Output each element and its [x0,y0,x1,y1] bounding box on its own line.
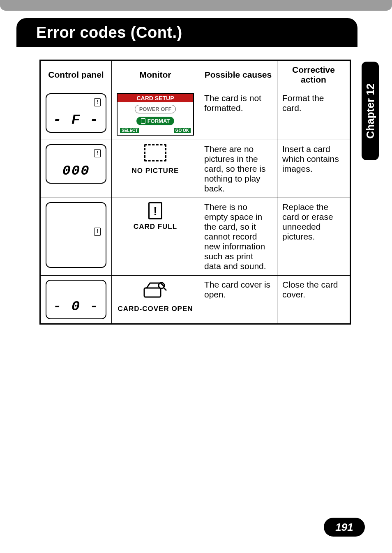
action-text: Format the card. [277,89,350,140]
footer-go: GO OK [174,128,191,133]
control-panel-lcd: - F - [46,93,106,133]
cause-text: There are no pictures in the card, so th… [199,140,277,198]
monitor-card-full: ! CARD FULL [117,202,194,231]
content-area: Control panel Monitor Possible causes Co… [0,47,392,325]
col-action: Corrective action [277,60,350,89]
action-text: Replace the card or erase unneeded pictu… [277,198,350,276]
page-title: Error codes (Cont.) [36,24,357,41]
lcd-segment-text: - 0 - [46,299,106,314]
control-panel-lcd: 000 [46,144,106,184]
monitor-label: NO PICTURE [117,167,194,175]
table-row: 000 NO PICTURE There are no pictures in … [40,140,350,198]
action-text: Insert a card which contains images. [277,140,350,198]
table-row: - 0 - CARD-COVER OPEN [40,276,350,324]
chapter-label: Chapter 12 [364,83,377,138]
option-format: FORMAT [136,117,175,125]
control-panel-lcd: - 0 - [46,280,106,319]
lcd-segment-text: 000 [46,163,106,179]
table-row: ! CARD FULL There is no empty space in t… [40,198,350,276]
col-monitor: Monitor [112,60,199,89]
option-power-off: POWER OFF [135,105,176,113]
no-picture-icon [144,144,166,161]
control-panel-lcd [46,202,106,268]
error-codes-table: Control panel Monitor Possible causes Co… [39,60,351,325]
page-number: 191 [335,521,353,533]
cause-text: The card cover is open. [199,276,277,324]
page-number-badge: 191 [324,518,365,537]
col-causes: Possible causes [199,60,277,89]
lcd-segment-text: - F - [46,112,106,128]
monitor-label: CARD FULL [117,223,194,231]
cause-text: The card is not formatted. [199,89,277,140]
monitor-no-picture: NO PICTURE [117,144,194,175]
card-error-icon [94,149,101,157]
footer-select: SELECT [120,128,139,133]
card-error-icon [94,98,101,106]
monitor-label: CARD-COVER OPEN [117,305,194,313]
monitor-cover-open: CARD-COVER OPEN [117,280,194,313]
svg-rect-0 [144,288,161,297]
chapter-side-tab: Chapter 12 [362,62,379,160]
card-error-icon [94,228,101,236]
table-row: - F - CARD SETUP POWER OFF FORMAT SELECT… [40,89,350,140]
camera-cover-open-icon [143,280,168,302]
window-top-bar [0,0,392,11]
page-title-bar: Error codes (Cont.) [16,18,357,47]
action-text: Close the card cover. [277,276,350,324]
cause-text: There is no empty space in the card, so … [199,198,277,276]
card-full-icon: ! [148,202,162,219]
monitor-card-setup: CARD SETUP POWER OFF FORMAT SELECT GO OK [117,93,194,136]
col-control-panel: Control panel [40,60,112,89]
card-icon [141,118,145,124]
svg-line-2 [163,287,166,290]
monitor-setup-title: CARD SETUP [118,94,193,102]
